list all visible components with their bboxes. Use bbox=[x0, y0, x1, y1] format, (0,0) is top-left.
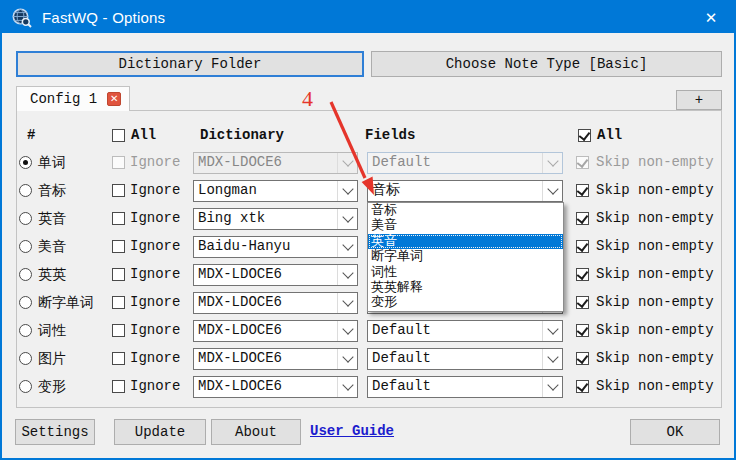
tab-label: Config 1 bbox=[30, 91, 97, 107]
window-close-button[interactable]: ✕ bbox=[688, 2, 734, 33]
settings-button[interactable]: Settings bbox=[15, 419, 95, 445]
about-button[interactable]: About bbox=[211, 419, 301, 445]
add-config-button[interactable]: + bbox=[676, 90, 722, 110]
dropdown-option[interactable]: 英英解释 bbox=[368, 280, 563, 295]
dropdown-option[interactable]: 美音 bbox=[368, 218, 563, 233]
tab-config-1[interactable]: Config 1 ✕ bbox=[16, 86, 130, 111]
user-guide-link[interactable]: User Guide bbox=[310, 423, 394, 439]
dictionary-folder-button[interactable]: Dictionary Folder bbox=[16, 51, 364, 77]
title-bar: FastWQ - Options ✕ bbox=[2, 2, 734, 33]
update-button[interactable]: Update bbox=[114, 419, 206, 445]
globe-search-icon bbox=[11, 7, 33, 29]
options-dialog: FastWQ - Options ✕ Dictionary Folder Cho… bbox=[0, 0, 736, 460]
tab-close-icon[interactable]: ✕ bbox=[107, 92, 121, 106]
annotation-step-number: 4 bbox=[302, 86, 313, 112]
dropdown-option[interactable]: 词性 bbox=[368, 265, 563, 280]
fields-dropdown-list: 音标美音英音断字单词词性英英解释变形 bbox=[367, 202, 564, 312]
choose-note-type-button[interactable]: Choose Note Type [Basic] bbox=[371, 51, 722, 77]
dropdown-option[interactable]: 音标 bbox=[368, 203, 563, 218]
dropdown-option[interactable]: 英音 bbox=[368, 234, 563, 249]
window-title: FastWQ - Options bbox=[42, 9, 165, 26]
ok-button[interactable]: OK bbox=[630, 419, 720, 445]
dropdown-option[interactable]: 断字单词 bbox=[368, 249, 563, 264]
dropdown-option[interactable]: 变形 bbox=[368, 295, 563, 310]
